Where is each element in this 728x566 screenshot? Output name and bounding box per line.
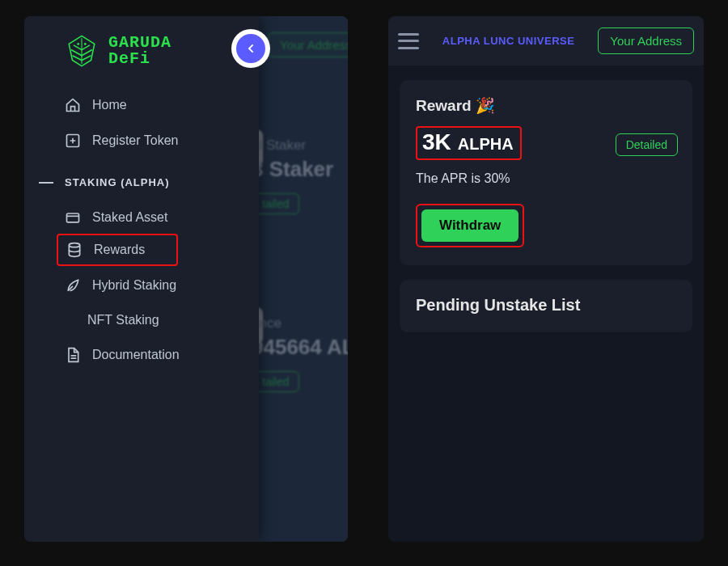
plus-square-icon: [65, 133, 81, 149]
nav-rewards[interactable]: Rewards: [58, 235, 176, 264]
brand-title: ALPHA LUNC UNIVERSE: [430, 35, 586, 47]
highlight-withdraw: Withdraw: [416, 204, 524, 247]
left-phone-frame: Your Address al Staker 3 Staker tailed a…: [24, 16, 348, 542]
back-button[interactable]: [236, 34, 265, 63]
leaf-icon: [65, 277, 81, 294]
wallet-icon: [65, 209, 81, 226]
menu-button[interactable]: [398, 33, 419, 49]
section-title-label: STAKING (ALPHA): [65, 176, 170, 188]
reward-amount-unit: ALPHA: [458, 135, 514, 154]
reward-card: Reward 🎉 3K ALPHA Detailed The APR is 30…: [400, 80, 692, 265]
logo[interactable]: GARUDA DeFi: [24, 26, 259, 87]
section-staking-header[interactable]: STAKING (ALPHA): [24, 158, 259, 200]
highlight-reward-amount: 3K ALPHA: [416, 126, 522, 160]
nav-register-label: Register Token: [92, 133, 178, 148]
nav-home[interactable]: Home: [24, 87, 259, 123]
home-icon: [65, 97, 81, 113]
logo-line1: GARUDA: [108, 35, 171, 51]
sidebar-drawer: GARUDA DeFi Home Register Token: [24, 16, 259, 542]
svg-point-1: [84, 43, 87, 45]
nav-home-label: Home: [92, 98, 127, 112]
nav-documentation[interactable]: Documentation: [24, 337, 259, 373]
garuda-logo-icon: [63, 32, 100, 70]
highlight-rewards: Rewards: [57, 234, 178, 266]
nav-nft-label: NFT Staking: [87, 313, 159, 327]
apr-text: The APR is 30%: [416, 171, 676, 186]
nav-staked-label: Staked Asset: [92, 210, 167, 225]
nav-docs-label: Documentation: [92, 348, 180, 362]
chevron-left-icon: [244, 42, 257, 55]
logo-line2: DeFi: [108, 51, 171, 67]
svg-point-0: [77, 43, 79, 45]
topbar: ALPHA LUNC UNIVERSE Your Address: [388, 16, 704, 65]
reward-title: Reward 🎉: [416, 96, 676, 115]
detailed-button[interactable]: Detailed: [616, 133, 678, 156]
withdraw-button[interactable]: Withdraw: [421, 209, 518, 242]
reward-amount-number: 3K: [422, 129, 451, 155]
svg-point-4: [69, 243, 79, 247]
nav-hybrid-staking[interactable]: Hybrid Staking: [24, 268, 259, 303]
collapse-dash-icon: [39, 182, 53, 184]
nav-register-token[interactable]: Register Token: [24, 123, 259, 158]
svg-rect-3: [67, 213, 79, 222]
nav-nft-staking[interactable]: NFT Staking: [24, 303, 259, 337]
database-icon: [66, 242, 83, 258]
nav-hybrid-label: Hybrid Staking: [92, 278, 176, 293]
pending-unstake-card: Pending Unstake List: [400, 280, 692, 332]
right-phone-frame: ALPHA LUNC UNIVERSE Your Address Reward …: [388, 16, 704, 542]
nav-rewards-label: Rewards: [94, 243, 145, 257]
document-icon: [65, 347, 81, 363]
logo-text: GARUDA DeFi: [108, 35, 171, 67]
pending-title: Pending Unstake List: [416, 296, 676, 315]
nav-staked-asset[interactable]: Staked Asset: [24, 200, 259, 235]
hamburger-icon: [398, 33, 419, 36]
address-button[interactable]: Your Address: [598, 27, 694, 54]
